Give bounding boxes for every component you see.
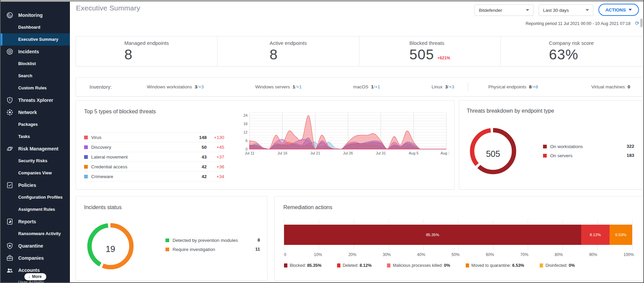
sidebar-item-executive-summary[interactable]: Executive Summary <box>1 33 70 46</box>
inventory-item-label: macOS <box>353 84 368 89</box>
stat-company-risk-score: Company risk score63% <box>501 36 642 66</box>
legend-label: Credential access <box>91 164 190 169</box>
remediation-x-axis: 010%20%30%40%50%60%70%80%90%100% <box>284 252 633 257</box>
company-select[interactable]: Bitdefender <box>474 4 534 16</box>
sidebar-item-ransomware-activity[interactable]: Ransomware Activity <box>1 228 70 240</box>
sidebar-item-threats-xplorer[interactable]: Threats Xplorer <box>1 94 70 106</box>
threats-breakdown-total: 505 <box>465 149 521 159</box>
sidebar-item-custom-rules[interactable]: Custom Rules <box>1 82 70 94</box>
legend-delta: +130 <box>207 135 224 140</box>
legend-value: 6.53% <box>512 263 524 268</box>
legend-delta: +37 <box>207 154 224 160</box>
sidebar-item-companies[interactable]: Companies <box>1 252 70 264</box>
svg-text:0: 0 <box>246 147 248 151</box>
inventory-count: 3 <box>445 84 448 89</box>
inventory-right-items: Physical endpoints8/+8Virtual machines0 <box>488 84 630 89</box>
threats-breakdown-legend: On workstations322On servers183 <box>543 144 634 162</box>
svg-text:Jul 21: Jul 21 <box>310 151 320 155</box>
threats-breakdown-card: Threats breakdown by endpoint type 505 O… <box>459 100 642 190</box>
sidebar-item-label: Executive Summary <box>18 37 58 42</box>
legend-swatch <box>84 145 88 149</box>
legend-row-require-investigation: Require investigation11 <box>165 247 260 253</box>
threat-legend-row-virus: Virus148+130 <box>84 133 224 142</box>
sidebar-more-label: More <box>32 274 42 279</box>
sidebar-item-policies[interactable]: Policies <box>1 179 70 191</box>
bar-segment-blocked: 85.35% <box>284 225 581 245</box>
main-content: Executive Summary Bitdefender Last 30 da… <box>70 2 643 282</box>
axis-tick-label: 50% <box>452 252 460 257</box>
sidebar-item-blocklist[interactable]: Blocklist <box>1 58 70 70</box>
legend-value: 8 <box>257 237 260 243</box>
legend-swatch <box>543 145 547 148</box>
page-title: Executive Summary <box>76 4 140 12</box>
sidebar-item-configuration-profiles[interactable]: Configuration Profiles <box>1 191 70 203</box>
remediation-stacked-bar: 85.35%8.12%6.53% <box>284 225 632 245</box>
sidebar-item-label: Reports <box>18 219 36 224</box>
stat-active-endpoints: Active endpoints8 <box>217 36 359 66</box>
legend-swatch <box>165 238 169 242</box>
inventory-delta: +3 <box>449 84 454 89</box>
bar-segment-moved-to-quarantine: 6.53% <box>610 225 632 245</box>
actions-button[interactable]: ACTIONS <box>598 4 639 16</box>
stat-inner: Active endpoints8 <box>269 40 307 63</box>
inventory-item-value: 1/+1 <box>371 84 380 89</box>
stat-value-row: 505+621% <box>409 47 450 63</box>
sidebar-item-label: Companies <box>18 255 44 261</box>
sidebar-item-label: Companies View <box>18 171 52 175</box>
svg-text:Aug 5: Aug 5 <box>409 151 418 155</box>
sidebar-item-reports[interactable]: Reports <box>1 216 70 228</box>
legend-value: 43 <box>190 154 207 160</box>
sidebar-item-search[interactable]: Search <box>1 70 70 82</box>
inventory-count: 0 <box>627 84 630 89</box>
legend-label: Discovery <box>91 145 190 150</box>
sidebar-item-network[interactable]: Network <box>1 106 70 118</box>
sidebar-item-security-risks[interactable]: Security Risks <box>1 155 70 167</box>
legend-item-deleted: Deleted: 8.12% <box>337 263 371 268</box>
sidebar-item-packages[interactable]: Packages <box>1 118 70 131</box>
sidebar-item-quarantine[interactable]: Quarantine <box>1 240 70 252</box>
stat-inner: Managed endpoints8 <box>124 40 169 63</box>
threat-legend-row-lateral-movement: Lateral movement43+37 <box>84 152 224 162</box>
inventory-card: Inventory: Windows workstations3/+3Windo… <box>76 77 642 96</box>
sidebar-item-dashboard[interactable]: Dashboard <box>1 21 70 33</box>
inventory-delta: +3 <box>199 84 204 89</box>
legend-swatch <box>84 136 88 139</box>
sidebar-item-risk-management[interactable]: Risk Management <box>1 143 70 155</box>
sidebar-item-label: Network <box>18 110 37 115</box>
sidebar-item-label: Threats Xplorer <box>18 97 53 103</box>
legend-row-detected-by-prevention-modules: Detected by prevention modules8 <box>165 237 260 244</box>
sidebar-item-label: Packages <box>18 122 38 127</box>
svg-text:Jul 16: Jul 16 <box>277 151 287 155</box>
axis-tick-label: 70% <box>520 252 529 257</box>
stat-delta: +621% <box>437 56 450 60</box>
sidebar-item-tasks[interactable]: Tasks <box>1 131 70 143</box>
sidebar-more-button[interactable]: ↓ More <box>24 273 47 280</box>
svg-text:6: 6 <box>246 139 248 143</box>
legend-value: 183 <box>626 153 634 158</box>
refresh-icon[interactable]: ⟳ <box>635 20 639 26</box>
inventory-item-value: 3/+3 <box>445 84 454 89</box>
inventory-count: 1 <box>293 84 295 89</box>
incidents-status-legend: Detected by prevention modules8Require i… <box>165 237 260 255</box>
threat-legend-row-discovery: Discovery50+45 <box>84 142 224 152</box>
legend-value: 148 <box>190 135 207 140</box>
threats-area-chart: 06121824Jul 11Jul 16Jul 21Jul 26Jul 31Au… <box>238 111 449 159</box>
policies-icon <box>6 181 14 189</box>
axis-tick-label: 30% <box>383 252 391 257</box>
threats-breakdown-title: Threats breakdown by endpoint type <box>467 108 554 114</box>
sidebar-item-incidents[interactable]: Incidents <box>1 46 70 58</box>
scrollbar-thumb[interactable] <box>640 19 643 27</box>
sidebar-item-companies-view[interactable]: Companies View <box>1 167 70 179</box>
legend-swatch <box>165 248 169 251</box>
stat-managed-endpoints: Managed endpoints8 <box>76 36 217 66</box>
axis-tick-label: 10% <box>314 252 322 257</box>
reports-icon <box>6 218 14 225</box>
period-select[interactable]: Last 30 days <box>539 4 593 16</box>
monitoring-icon <box>6 11 14 19</box>
sidebar-item-label: Security Risks <box>18 159 47 163</box>
period-select-value: Last 30 days <box>543 8 569 13</box>
sidebar-item-monitoring[interactable]: Monitoring <box>1 9 70 21</box>
sidebar-item-assignment-rules[interactable]: Assignment Rules <box>1 203 70 216</box>
sidebar-item-label: Custom Rules <box>18 86 47 90</box>
inventory-delta: +1 <box>375 84 380 89</box>
